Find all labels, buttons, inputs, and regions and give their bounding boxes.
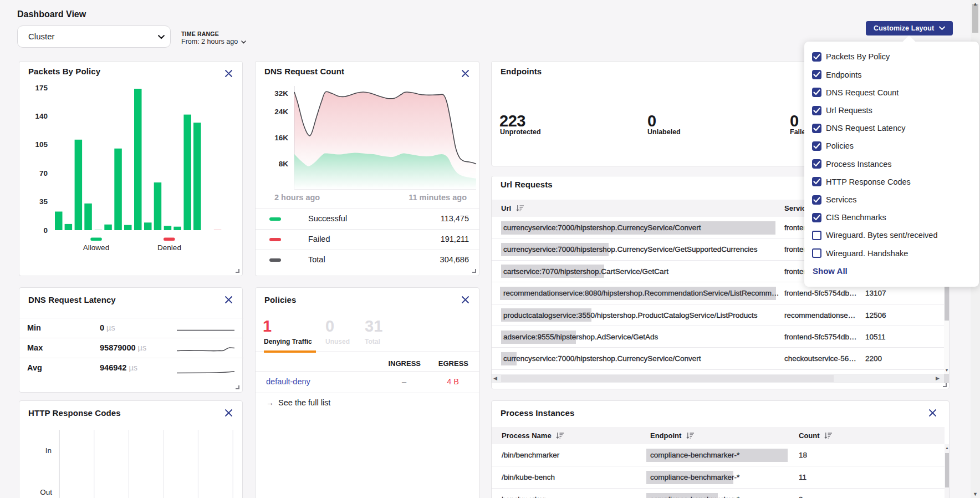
svg-text:Out: Out	[40, 488, 52, 496]
svg-text:0: 0	[43, 226, 48, 235]
svg-text:70: 70	[39, 169, 48, 177]
svg-text:32K: 32K	[274, 89, 288, 98]
svg-text:24K: 24K	[274, 108, 288, 116]
svg-text:8K: 8K	[279, 160, 289, 168]
svg-text:175: 175	[35, 84, 48, 92]
svg-text:35: 35	[39, 197, 48, 206]
svg-text:16K: 16K	[274, 134, 288, 142]
svg-text:140: 140	[35, 112, 48, 120]
svg-text:105: 105	[35, 140, 48, 149]
svg-text:Allowed: Allowed	[83, 243, 109, 252]
svg-text:In: In	[45, 446, 52, 455]
svg-text:Denied: Denied	[157, 243, 181, 252]
